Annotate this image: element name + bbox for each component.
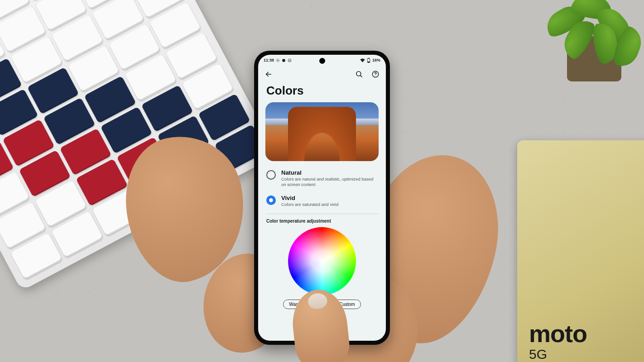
app-bar bbox=[258, 66, 386, 83]
option-title: Vivid bbox=[281, 195, 338, 201]
preview-arch bbox=[288, 107, 356, 161]
section-divider bbox=[265, 214, 379, 214]
back-icon[interactable] bbox=[264, 70, 273, 78]
fingernail bbox=[308, 292, 328, 310]
product-box: Plastic-free packaging moto 5G bbox=[517, 140, 644, 362]
box-subtext: 5G bbox=[529, 347, 547, 362]
camera-punch-hole bbox=[319, 58, 325, 64]
status-time: 11:38 bbox=[264, 58, 274, 62]
box-brand: moto bbox=[529, 321, 587, 346]
page-title: Colors bbox=[258, 83, 386, 102]
svg-rect-4 bbox=[368, 58, 369, 58]
wifi-status-icon bbox=[360, 58, 365, 62]
dnd-status-icon bbox=[282, 58, 286, 62]
svg-point-2 bbox=[288, 59, 291, 62]
svg-rect-5 bbox=[368, 62, 370, 62]
status-battery: 16% bbox=[372, 58, 380, 62]
settings-status-icon bbox=[276, 58, 280, 62]
svg-point-1 bbox=[282, 59, 285, 62]
search-icon[interactable] bbox=[355, 70, 363, 78]
moto-status-icon bbox=[288, 58, 292, 62]
option-title: Natural bbox=[281, 169, 378, 176]
radio-icon[interactable] bbox=[266, 195, 276, 205]
option-desc: Colors are saturated and vivid bbox=[281, 202, 338, 207]
plant-prop bbox=[531, 0, 644, 100]
color-temperature-wheel[interactable] bbox=[288, 227, 356, 295]
svg-point-8 bbox=[375, 76, 375, 76]
radio-icon[interactable] bbox=[266, 170, 276, 180]
section-label: Color temperature adjustment bbox=[258, 217, 386, 226]
color-mode-option-vivid[interactable]: Vivid Colors are saturated and vivid bbox=[258, 191, 386, 211]
option-desc: Colors are natural and realistic, optimi… bbox=[281, 176, 378, 187]
color-mode-option-natural[interactable]: Natural Colors are natural and realistic… bbox=[258, 166, 386, 191]
help-icon[interactable] bbox=[371, 70, 380, 78]
svg-point-0 bbox=[277, 60, 278, 61]
color-preview-card bbox=[265, 102, 379, 161]
battery-status-icon bbox=[367, 58, 370, 63]
